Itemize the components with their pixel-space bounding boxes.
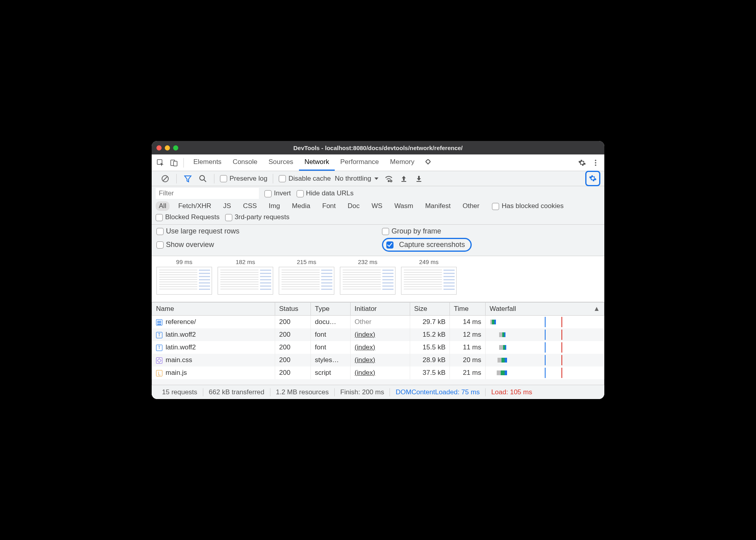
- cell-initiator: (index): [351, 341, 410, 354]
- divider: [214, 174, 214, 183]
- filter-type-css[interactable]: CSS: [240, 201, 260, 211]
- sort-arrow-icon: ▲: [593, 305, 600, 313]
- cell-size: 15.2 kB: [410, 328, 450, 341]
- tab-sources[interactable]: Sources: [263, 154, 299, 171]
- cell-size: 15.5 kB: [410, 341, 450, 354]
- initiator-text: Other: [355, 318, 372, 326]
- device-toolbar-icon[interactable]: [168, 157, 179, 168]
- upload-har-icon[interactable]: [398, 173, 409, 184]
- initiator-link[interactable]: (index): [355, 331, 375, 338]
- cell-initiator: Other: [351, 316, 410, 329]
- cell-status: 200: [275, 366, 311, 379]
- initiator-link[interactable]: (index): [355, 356, 375, 364]
- table-row[interactable]: latin.woff2200font(index)15.2 kB12 ms: [152, 328, 604, 341]
- hide-data-urls-checkbox[interactable]: Hide data URLs: [297, 189, 354, 197]
- tab-network[interactable]: Network: [299, 154, 335, 171]
- filter-type-doc[interactable]: Doc: [345, 201, 363, 211]
- search-icon[interactable]: [197, 173, 208, 184]
- third-party-checkbox[interactable]: 3rd-party requests: [225, 213, 289, 221]
- table-row[interactable]: latin.woff2200font(index)15.5 kB11 ms: [152, 341, 604, 354]
- divider: [273, 174, 273, 183]
- inspect-element-icon[interactable]: [155, 157, 166, 168]
- filter-type-ws[interactable]: WS: [368, 201, 386, 211]
- tab-elements[interactable]: Elements: [188, 154, 227, 171]
- svg-point-4: [595, 162, 596, 164]
- group-by-frame-label: Group by frame: [392, 227, 441, 235]
- chevron-down-icon: [374, 176, 379, 181]
- filter-type-font[interactable]: Font: [319, 201, 339, 211]
- filmstrip-frame[interactable]: 232 ms: [340, 258, 395, 295]
- group-by-frame-checkbox[interactable]: Group by frame: [382, 227, 441, 235]
- frame-time: 99 ms: [176, 258, 193, 265]
- filmstrip-frame[interactable]: 249 ms: [401, 258, 457, 295]
- cell-type: styles…: [311, 354, 351, 366]
- header-status[interactable]: Status: [275, 303, 311, 316]
- clear-button-icon[interactable]: [160, 173, 171, 184]
- initiator-link[interactable]: (index): [355, 343, 375, 351]
- file-type-icon: [156, 357, 162, 364]
- table-row[interactable]: reference/200docu…Other29.7 kB14 ms: [152, 316, 604, 329]
- filter-toggle-icon[interactable]: [182, 173, 193, 184]
- network-conditions-icon[interactable]: [383, 173, 394, 184]
- invert-label: Invert: [274, 189, 291, 197]
- tab-performance[interactable]: Performance: [335, 154, 384, 171]
- invert-checkbox[interactable]: Invert: [264, 189, 291, 197]
- download-har-icon[interactable]: [413, 173, 424, 184]
- frame-thumbnail: [156, 267, 212, 295]
- header-time[interactable]: Time: [450, 303, 486, 316]
- has-blocked-cookies-checkbox[interactable]: Has blocked cookies: [492, 202, 563, 210]
- filter-input[interactable]: [156, 188, 259, 199]
- close-window-button[interactable]: [156, 145, 162, 150]
- network-table: Name Status Type Initiator Size Time Wat…: [152, 302, 604, 379]
- show-overview-checkbox[interactable]: Show overview: [156, 241, 214, 249]
- preserve-log-label: Preserve log: [230, 175, 267, 182]
- svg-point-3: [595, 160, 596, 161]
- filter-type-all[interactable]: All: [156, 201, 170, 211]
- kebab-menu-icon[interactable]: [590, 157, 601, 168]
- filmstrip-frame[interactable]: 215 ms: [279, 258, 334, 295]
- waterfall-cell: [490, 318, 600, 326]
- file-type-icon: [156, 345, 162, 351]
- table-row[interactable]: main.js200script(index)37.5 kB21 ms: [152, 366, 604, 379]
- tab-memory[interactable]: Memory: [384, 154, 420, 171]
- cell-type: font: [311, 328, 351, 341]
- minimize-window-button[interactable]: [165, 145, 170, 150]
- large-rows-checkbox[interactable]: Use large request rows: [156, 227, 239, 235]
- disable-cache-checkbox[interactable]: Disable cache: [279, 175, 331, 183]
- maximize-window-button[interactable]: [173, 145, 178, 150]
- network-settings-gear-icon[interactable]: [587, 173, 598, 184]
- filter-type-img[interactable]: Img: [266, 201, 283, 211]
- tab-console[interactable]: Console: [227, 154, 263, 171]
- table-row[interactable]: main.css200styles…(index)28.9 kB20 ms: [152, 354, 604, 366]
- filter-type-manifest[interactable]: Manifest: [422, 201, 454, 211]
- initiator-link[interactable]: (index): [355, 369, 375, 376]
- cell-type: docu…: [311, 316, 351, 329]
- filter-type-media[interactable]: Media: [289, 201, 313, 211]
- header-size[interactable]: Size: [410, 303, 450, 316]
- status-resources: 1.2 MB resources: [270, 388, 335, 396]
- header-name[interactable]: Name: [152, 303, 275, 316]
- has-blocked-cookies-label: Has blocked cookies: [501, 202, 563, 210]
- filter-type-other[interactable]: Other: [459, 201, 483, 211]
- header-type[interactable]: Type: [311, 303, 351, 316]
- devtools-tabbar: ElementsConsoleSourcesNetworkPerformance…: [152, 154, 604, 171]
- filter-type-js[interactable]: JS: [220, 201, 234, 211]
- svg-line-7: [163, 176, 168, 181]
- throttling-select[interactable]: No throttling: [335, 175, 379, 183]
- filmstrip-frame[interactable]: 182 ms: [218, 258, 273, 295]
- filter-type-fetch-xhr[interactable]: Fetch/XHR: [175, 201, 214, 211]
- settings-gear-icon[interactable]: [577, 157, 588, 168]
- waterfall-cell: [490, 330, 600, 339]
- table-overflow: [152, 379, 604, 385]
- capture-screenshots-highlighted: Capture screenshots: [382, 238, 472, 252]
- more-tabs-icon[interactable]: [422, 157, 434, 168]
- preserve-log-checkbox[interactable]: Preserve log: [220, 175, 267, 183]
- filmstrip-frame[interactable]: 99 ms: [156, 258, 212, 295]
- capture-screenshots-checkbox[interactable]: Capture screenshots: [386, 241, 465, 249]
- header-initiator[interactable]: Initiator: [351, 303, 410, 316]
- blocked-requests-checkbox[interactable]: Blocked Requests: [156, 213, 220, 221]
- cell-initiator: (index): [351, 354, 410, 366]
- header-waterfall[interactable]: Waterfall▲: [486, 303, 604, 316]
- cell-time: 20 ms: [450, 354, 486, 366]
- filter-type-wasm[interactable]: Wasm: [391, 201, 417, 211]
